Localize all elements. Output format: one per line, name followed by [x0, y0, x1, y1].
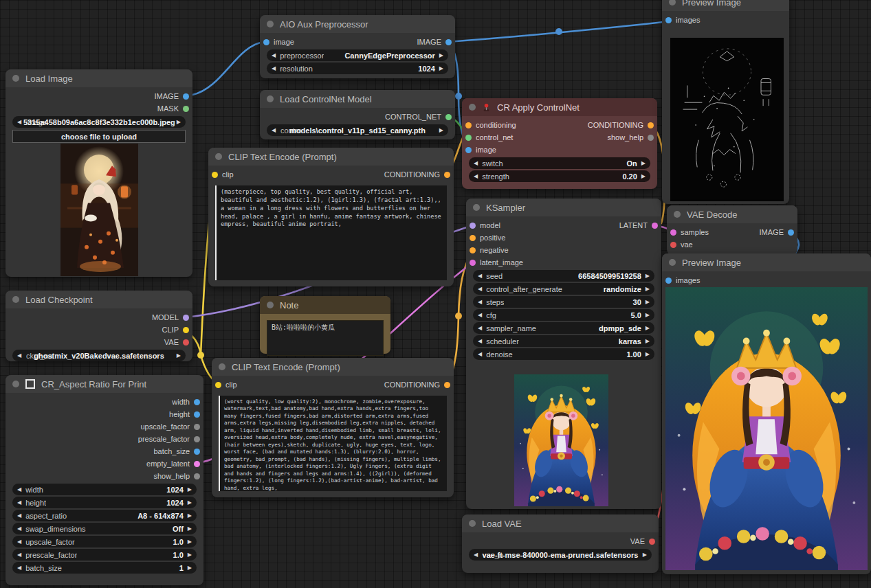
- widget-control-after-generate[interactable]: ◀control_after_generaterandomize▶: [473, 283, 654, 295]
- next-arrow-icon[interactable]: ▶: [641, 174, 646, 179]
- node-load-controlnet-model[interactable]: Load ControlNet Model CONTROL_NET ◀ cont…: [260, 90, 455, 139]
- output-slot-control-net[interactable]: [445, 114, 452, 120]
- collapse-dot-icon[interactable]: [469, 104, 476, 111]
- input-slot-latent-image[interactable]: [470, 260, 476, 266]
- widget-aspect-ratio[interactable]: ◀aspect_ratioA8 - 614x874▶: [12, 510, 197, 521]
- node-preview-image-final[interactable]: Preview Image images: [662, 253, 871, 574]
- output-slot-width[interactable]: [194, 399, 200, 405]
- widget-ckpt-name[interactable]: ◀ ckpt_na ghostmix_v20Bakedvae.safetenso…: [12, 350, 186, 361]
- collapse-dot-icon[interactable]: [219, 363, 225, 370]
- node-title-bar[interactable]: CLIP Text Encode (Prompt): [208, 148, 454, 166]
- input-slot-model[interactable]: [470, 223, 476, 229]
- next-arrow-icon[interactable]: ▶: [439, 66, 443, 71]
- node-title-bar[interactable]: Load VAE: [462, 514, 659, 532]
- output-slot-vae[interactable]: [649, 539, 655, 545]
- next-arrow-icon[interactable]: ▶: [646, 339, 650, 344]
- widget-width[interactable]: ◀width1024▶: [12, 484, 197, 495]
- prev-arrow-icon[interactable]: ◀: [272, 128, 276, 133]
- prev-arrow-icon[interactable]: ◀: [478, 299, 482, 305]
- node-load-image[interactable]: Load Image IMAGE MASK ◀ image 5315a458b0…: [5, 69, 192, 277]
- prev-arrow-icon[interactable]: ◀: [17, 120, 21, 125]
- output-slot-image[interactable]: [445, 39, 452, 45]
- node-vae-decode[interactable]: VAE Decode samples IMAGE vae: [667, 205, 797, 255]
- collapse-dot-icon[interactable]: [12, 381, 19, 387]
- output-slot-model[interactable]: [183, 315, 189, 321]
- next-arrow-icon[interactable]: ▶: [188, 552, 192, 558]
- output-slot-image[interactable]: [788, 229, 794, 236]
- widget-scheduler[interactable]: ◀schedulerkarras▶: [473, 335, 654, 347]
- output-slot-conditioning[interactable]: [444, 382, 450, 388]
- collapse-dot-icon[interactable]: [669, 0, 676, 5]
- next-arrow-icon[interactable]: ▶: [188, 513, 192, 519]
- next-arrow-icon[interactable]: ▶: [643, 552, 647, 558]
- collapse-dot-icon[interactable]: [12, 296, 19, 303]
- prev-arrow-icon[interactable]: ◀: [17, 526, 21, 532]
- output-slot-conditioning[interactable]: [648, 122, 654, 128]
- prev-arrow-icon[interactable]: ◀: [478, 313, 482, 318]
- next-arrow-icon[interactable]: ▶: [177, 353, 181, 359]
- next-arrow-icon[interactable]: ▶: [188, 487, 192, 493]
- next-arrow-icon[interactable]: ▶: [646, 352, 650, 357]
- input-slot-image[interactable]: [465, 147, 472, 153]
- node-title-bar[interactable]: KSampler: [466, 199, 661, 216]
- input-slot-vae[interactable]: [670, 242, 676, 248]
- prev-arrow-icon[interactable]: ◀: [478, 286, 482, 292]
- node-cr-apply-controlnet[interactable]: CR Apply ControlNet conditioning CONDITI…: [462, 98, 657, 189]
- widget-resolution[interactable]: ◀ resolution 1024 ▶: [267, 63, 448, 74]
- output-slot-prescale-factor[interactable]: [194, 436, 200, 442]
- widget-prescale-factor[interactable]: ◀prescale_factor1.0▶: [12, 549, 197, 561]
- prev-arrow-icon[interactable]: ◀: [478, 339, 482, 344]
- widget-control-net-name[interactable]: ◀ contro models\control_v11p_sd15_canny.…: [267, 124, 448, 136]
- widget-cfg[interactable]: ◀cfg5.0▶: [473, 309, 654, 321]
- next-arrow-icon[interactable]: ▶: [439, 53, 443, 58]
- next-arrow-icon[interactable]: ▶: [646, 326, 650, 331]
- node-ksampler[interactable]: KSampler model LATENT positive negative …: [466, 199, 661, 509]
- prev-arrow-icon[interactable]: ◀: [17, 552, 21, 558]
- node-load-vae[interactable]: Load VAE VAE ◀ vae_n vae-ft-mse-840000-e…: [462, 514, 659, 573]
- prompt-textarea[interactable]: (worst quality, low quality:2), monochro…: [219, 396, 447, 491]
- input-slot-images[interactable]: [665, 278, 672, 284]
- reroute-dot[interactable]: [197, 352, 204, 359]
- output-slot-conditioning[interactable]: [444, 172, 450, 178]
- next-arrow-icon[interactable]: ▶: [646, 313, 650, 318]
- node-title-bar[interactable]: Preview Image: [662, 253, 871, 271]
- node-title-bar[interactable]: Load ControlNet Model: [260, 90, 455, 108]
- widget-height[interactable]: ◀height1024▶: [12, 497, 197, 508]
- output-slot-height[interactable]: [194, 411, 200, 418]
- collapse-dot-icon[interactable]: [674, 211, 681, 218]
- widget-steps[interactable]: ◀steps30▶: [473, 296, 654, 308]
- reroute-dot[interactable]: [455, 93, 462, 100]
- next-arrow-icon[interactable]: ▶: [439, 128, 443, 133]
- next-arrow-icon[interactable]: ▶: [646, 273, 650, 279]
- prev-arrow-icon[interactable]: ◀: [272, 66, 276, 71]
- output-slot-show-help[interactable]: [648, 135, 654, 141]
- next-arrow-icon[interactable]: ▶: [188, 539, 192, 545]
- prev-arrow-icon[interactable]: ◀: [272, 53, 276, 58]
- node-title-bar[interactable]: CR Apply ControlNet: [462, 98, 657, 116]
- collapse-dot-icon[interactable]: [267, 21, 274, 27]
- node-title-bar[interactable]: CLIP Text Encode (Prompt): [212, 358, 454, 376]
- output-slot-batch-size[interactable]: [194, 449, 200, 455]
- node-graph-canvas[interactable]: Load Image IMAGE MASK ◀ image 5315a458b0…: [0, 0, 871, 588]
- node-load-checkpoint[interactable]: Load Checkpoint MODEL CLIP VAE ◀ ckpt_na…: [5, 291, 192, 361]
- prev-arrow-icon[interactable]: ◀: [474, 174, 478, 179]
- collapse-dot-icon[interactable]: [12, 75, 19, 82]
- node-aio-aux-preprocessor[interactable]: AIO Aux Preprocessor image IMAGE ◀ prepr…: [260, 15, 455, 78]
- next-arrow-icon[interactable]: ▶: [177, 120, 181, 125]
- output-slot-empty-latent[interactable]: [194, 461, 200, 467]
- prev-arrow-icon[interactable]: ◀: [17, 487, 21, 493]
- node-title-bar[interactable]: VAE Decode: [667, 205, 797, 223]
- widget-preprocessor[interactable]: ◀ preprocessor CannyEdgePreprocessor ▶: [267, 49, 448, 61]
- collapse-dot-icon[interactable]: [469, 520, 476, 527]
- widget-swap-dimensions[interactable]: ◀swap_dimensionsOff▶: [12, 523, 197, 534]
- next-arrow-icon[interactable]: ▶: [188, 526, 192, 532]
- upload-button[interactable]: choose file to upload: [12, 130, 186, 143]
- next-arrow-icon[interactable]: ▶: [646, 286, 650, 292]
- reroute-dot[interactable]: [455, 313, 462, 319]
- output-slot-vae[interactable]: [183, 339, 189, 346]
- node-title-bar[interactable]: Load Image: [5, 69, 192, 87]
- collapse-dot-icon[interactable]: [267, 95, 274, 102]
- widget-image-file[interactable]: ◀ image 5315a458b09a6ac8c8f3e332b1ec000b…: [12, 116, 186, 128]
- node-title-bar[interactable]: Preview Image: [662, 0, 789, 11]
- reroute-dot[interactable]: [555, 28, 562, 35]
